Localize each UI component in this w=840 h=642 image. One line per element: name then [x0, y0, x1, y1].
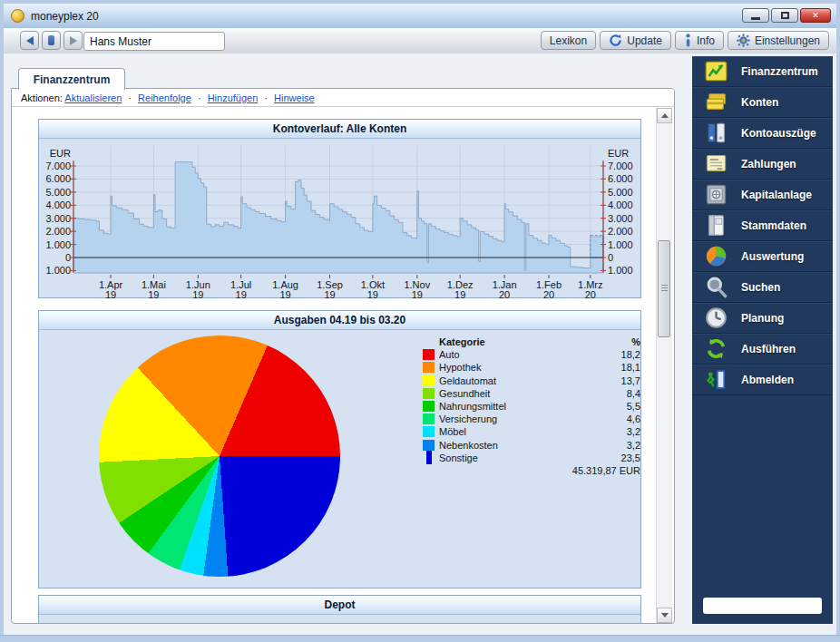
sidebar-item-planung[interactable]: Planung — [692, 302, 833, 333]
action-link-hinweise[interactable]: Hinweise — [274, 92, 315, 103]
svg-text:1.000: 1.000 — [608, 265, 633, 276]
account-balance-chart: 7.0006.0005.0004.0003.0002.0001.00001.00… — [39, 139, 640, 298]
legend-header-category: Kategorie — [439, 336, 631, 347]
action-separator: · — [195, 92, 201, 103]
svg-text:6.000: 6.000 — [608, 173, 633, 184]
svg-text:1.000: 1.000 — [45, 265, 71, 276]
nav-forward-button[interactable] — [63, 31, 83, 50]
legend-swatch — [423, 401, 435, 412]
sidebar-item-ausfuehren[interactable]: Ausführen — [692, 333, 833, 364]
svg-text:0: 0 — [65, 252, 71, 263]
svg-text:6.000: 6.000 — [45, 173, 71, 184]
svg-text:20: 20 — [585, 289, 596, 298]
sidebar-item-auswertung[interactable]: Auswertung — [692, 240, 833, 271]
legend-label: Nahrungsmittel — [439, 401, 627, 412]
legend-swatch — [423, 362, 435, 373]
legend-row-nahrungsmittel: Nahrungsmittel5,5 — [423, 400, 640, 413]
legend-percent: 5,5 — [627, 401, 640, 412]
scroll-down-button[interactable] — [657, 608, 672, 623]
pie-icon — [704, 244, 728, 268]
cards-icon — [704, 90, 728, 114]
svg-text:2.000: 2.000 — [608, 226, 633, 237]
sidebar-item-zahlungen[interactable]: Zahlungen — [692, 148, 833, 179]
svg-text:7.000: 7.000 — [608, 160, 633, 171]
user-name-field[interactable] — [83, 32, 225, 51]
vertical-scrollbar[interactable] — [656, 108, 672, 623]
sidebar-item-suchen[interactable]: Suchen — [692, 271, 833, 302]
minimize-button[interactable] — [742, 8, 769, 23]
scroll-up-button[interactable] — [657, 108, 672, 123]
sidebar-item-label: Ausführen — [741, 343, 796, 355]
sidebar-item-label: Suchen — [741, 281, 780, 294]
legend-swatch — [423, 375, 435, 386]
depot-title: Depot — [39, 596, 640, 615]
sidebar-item-konten[interactable]: Konten — [692, 86, 833, 117]
sidebar-item-label: Planung — [741, 312, 784, 325]
depot-panel: Depot — [38, 595, 641, 624]
form-icon — [704, 151, 728, 176]
legend-percent: 3,2 — [627, 440, 640, 451]
legend-label: Geldautomat — [439, 375, 621, 386]
legend-swatch — [426, 451, 432, 464]
svg-text:1.000: 1.000 — [608, 239, 633, 250]
legend-percent: 3,2 — [627, 426, 640, 437]
svg-text:19: 19 — [105, 289, 116, 298]
legend-label: Auto — [439, 349, 621, 360]
maximize-button[interactable] — [771, 8, 798, 23]
update-button[interactable]: Update — [600, 31, 671, 50]
toolbar: LexikonUpdateInfoEinstellungen — [4, 28, 836, 54]
tab-finanzzentrum[interactable]: Finanzzentrum — [18, 68, 125, 90]
sidebar-item-label: Kapitalanlage — [741, 189, 812, 201]
kontoverlauf-title: Kontoverlauf: Alle Konten — [39, 120, 640, 139]
close-button[interactable]: ✕ — [800, 8, 831, 23]
legend-swatch — [423, 349, 435, 360]
action-link-reihenfolge[interactable]: Reihenfolge — [138, 92, 191, 103]
nav-current-button[interactable] — [42, 31, 61, 50]
action-link-aktualisieren[interactable]: Aktualisieren — [64, 92, 122, 103]
sidebar-item-kapitalanlage[interactable]: Kapitalanlage — [692, 179, 833, 209]
einstellungen-button[interactable]: Einstellungen — [728, 31, 829, 50]
legend-header-row: Kategorie% — [423, 336, 640, 348]
action-link-hinzufuegen[interactable]: Hinzufügen — [208, 92, 259, 103]
back-arrow-icon — [26, 36, 34, 45]
svg-text:20: 20 — [499, 289, 510, 298]
ausgaben-title: Ausgaben 04.19 bis 03.20 — [39, 311, 640, 330]
legend-row-auto: Auto18,2 — [423, 348, 640, 361]
legend-percent: 4,6 — [627, 413, 640, 424]
kontoverlauf-panel: Kontoverlauf: Alle Konten 7.0006.0005.00… — [38, 119, 641, 298]
sidebar-item-label: Finanzzentrum — [741, 65, 818, 78]
svg-text:19: 19 — [454, 289, 465, 298]
sidebar-item-finanzzentrum[interactable]: Finanzzentrum — [692, 56, 833, 86]
scrollbar-thumb[interactable] — [658, 240, 670, 337]
svg-text:5.000: 5.000 — [608, 187, 633, 198]
ausgaben-panel: Ausgaben 04.19 bis 03.20 Kategorie%Auto1… — [38, 310, 641, 588]
button-label: Einstellungen — [755, 34, 820, 47]
svg-text:2.000: 2.000 — [45, 226, 71, 237]
legend-row-geldautomat: Geldautomat13,7 — [423, 374, 640, 387]
sidebar-item-stammdaten[interactable]: Stammdaten — [692, 209, 833, 240]
action-separator: · — [125, 92, 132, 103]
svg-text:3.000: 3.000 — [45, 213, 71, 224]
legend-label: Hypothek — [439, 362, 621, 373]
sidebar-item-kontoauszuege[interactable]: Kontoauszüge — [692, 117, 833, 148]
close-icon: ✕ — [812, 11, 819, 20]
actions-prefix: Aktionen: — [21, 92, 63, 103]
sidebar-item-label: Kontoauszüge — [741, 127, 816, 140]
legend-swatch — [423, 426, 435, 437]
update-icon — [609, 34, 622, 47]
svg-text:4.000: 4.000 — [608, 199, 633, 210]
info-button[interactable]: Info — [675, 31, 724, 50]
app-coin-icon — [11, 9, 24, 23]
legend-label: Nebenkosten — [439, 440, 627, 451]
safe-icon — [704, 182, 728, 207]
nav-back-button[interactable] — [20, 31, 39, 50]
legend-header-percent: % — [631, 336, 640, 347]
svg-text:19: 19 — [367, 289, 378, 298]
sidebar-item-label: Konten — [741, 96, 778, 109]
current-page-icon — [48, 35, 54, 45]
lexikon-button[interactable]: Lexikon — [541, 31, 596, 50]
sidebar-item-abmelden[interactable]: Abmelden — [692, 364, 833, 394]
sidebar-item-label: Abmelden — [741, 374, 794, 386]
legend-swatch — [423, 388, 435, 399]
forward-arrow-icon — [70, 36, 77, 45]
